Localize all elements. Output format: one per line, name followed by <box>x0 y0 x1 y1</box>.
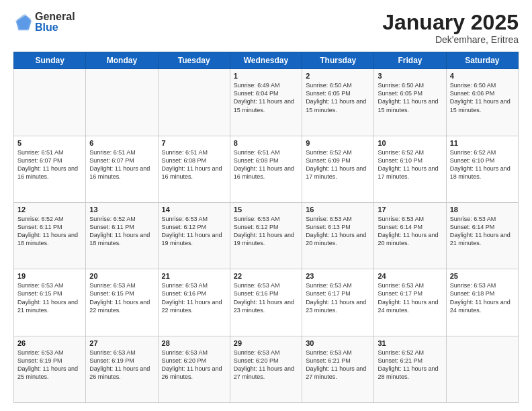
cell-info: Daylight: 11 hours and 28 minutes. <box>378 365 442 381</box>
cell-info: Daylight: 11 hours and 27 minutes. <box>234 365 298 381</box>
cell-info: Sunrise: 6:53 AM <box>234 215 298 223</box>
day-number: 25 <box>450 272 515 280</box>
cell-info: Sunset: 6:19 PM <box>89 357 154 365</box>
cell-info: Sunrise: 6:51 AM <box>162 148 226 156</box>
cell-info: Sunrise: 6:53 AM <box>306 281 370 289</box>
cell-info: Daylight: 11 hours and 27 minutes. <box>306 365 370 381</box>
cell-info: Daylight: 11 hours and 20 minutes. <box>306 231 370 247</box>
calendar-cell: 4Sunrise: 6:50 AMSunset: 6:06 PMDaylight… <box>446 69 518 136</box>
cell-info: Sunset: 6:09 PM <box>306 156 370 165</box>
month-title: January 2025 <box>382 11 519 34</box>
cell-info: Sunrise: 6:52 AM <box>450 148 515 156</box>
logo: General Blue <box>13 11 75 33</box>
weekday-header-row: SundayMondayTuesdayWednesdayThursdayFrid… <box>14 52 519 69</box>
cell-info: Sunrise: 6:52 AM <box>306 148 370 156</box>
cell-info: Daylight: 11 hours and 15 minutes. <box>306 97 370 113</box>
cell-info: Sunset: 6:18 PM <box>450 289 515 298</box>
cell-info: Sunrise: 6:52 AM <box>17 215 82 223</box>
cell-info: Sunset: 6:05 PM <box>306 89 370 97</box>
cell-info: Sunrise: 6:53 AM <box>162 349 226 357</box>
day-number: 23 <box>306 272 370 280</box>
cell-info: Daylight: 11 hours and 17 minutes. <box>378 165 442 181</box>
cell-info: Daylight: 11 hours and 23 minutes. <box>306 298 370 314</box>
cell-info: Daylight: 11 hours and 24 minutes. <box>450 298 515 314</box>
cell-info: Sunset: 6:08 PM <box>234 156 298 165</box>
cell-info: Sunrise: 6:49 AM <box>234 81 298 89</box>
cell-info: Daylight: 11 hours and 22 minutes. <box>89 298 154 314</box>
calendar-body: 1Sunrise: 6:49 AMSunset: 6:04 PMDaylight… <box>14 69 519 403</box>
logo-blue: Blue <box>35 21 75 34</box>
cell-info: Sunrise: 6:52 AM <box>378 349 442 357</box>
cell-info: Daylight: 11 hours and 16 minutes. <box>234 165 298 181</box>
weekday-header: Sunday <box>14 52 86 69</box>
calendar-cell: 8Sunrise: 6:51 AMSunset: 6:08 PMDaylight… <box>230 136 302 202</box>
cell-info: Sunrise: 6:53 AM <box>234 281 298 289</box>
calendar-cell: 18Sunrise: 6:53 AMSunset: 6:14 PMDayligh… <box>446 202 518 269</box>
calendar-cell: 16Sunrise: 6:53 AMSunset: 6:13 PMDayligh… <box>302 202 374 269</box>
calendar-cell <box>158 69 230 136</box>
day-number: 7 <box>162 139 226 147</box>
cell-info: Sunrise: 6:53 AM <box>450 281 515 289</box>
cell-info: Sunset: 6:06 PM <box>450 89 515 97</box>
cell-info: Daylight: 11 hours and 25 minutes. <box>17 365 82 381</box>
calendar-week-row: 12Sunrise: 6:52 AMSunset: 6:11 PMDayligh… <box>14 202 519 269</box>
day-number: 21 <box>162 272 226 280</box>
calendar-cell: 7Sunrise: 6:51 AMSunset: 6:08 PMDaylight… <box>158 136 230 202</box>
calendar-header: SundayMondayTuesdayWednesdayThursdayFrid… <box>14 52 519 69</box>
calendar-cell: 26Sunrise: 6:53 AMSunset: 6:19 PMDayligh… <box>14 336 86 402</box>
day-number: 28 <box>162 339 226 347</box>
cell-info: Sunset: 6:14 PM <box>378 223 442 231</box>
day-number: 3 <box>378 72 442 80</box>
cell-info: Daylight: 11 hours and 21 minutes. <box>17 298 82 314</box>
day-number: 16 <box>306 205 370 214</box>
cell-info: Sunrise: 6:53 AM <box>162 215 226 223</box>
cell-info: Sunset: 6:19 PM <box>17 357 82 365</box>
day-number: 11 <box>450 139 515 147</box>
cell-info: Sunset: 6:15 PM <box>89 289 154 298</box>
calendar-table: SundayMondayTuesdayWednesdayThursdayFrid… <box>13 52 519 403</box>
cell-info: Sunrise: 6:53 AM <box>162 281 226 289</box>
calendar-cell: 9Sunrise: 6:52 AMSunset: 6:09 PMDaylight… <box>302 136 374 202</box>
day-number: 31 <box>378 339 442 347</box>
day-number: 15 <box>234 205 298 214</box>
cell-info: Sunset: 6:21 PM <box>306 357 370 365</box>
cell-info: Sunset: 6:07 PM <box>89 156 154 165</box>
calendar-cell: 12Sunrise: 6:52 AMSunset: 6:11 PMDayligh… <box>14 202 86 269</box>
weekday-header: Tuesday <box>158 52 230 69</box>
day-number: 18 <box>450 205 515 214</box>
cell-info: Daylight: 11 hours and 23 minutes. <box>234 298 298 314</box>
calendar-cell: 20Sunrise: 6:53 AMSunset: 6:15 PMDayligh… <box>86 269 158 336</box>
cell-info: Sunset: 6:07 PM <box>17 156 82 165</box>
calendar-cell: 15Sunrise: 6:53 AMSunset: 6:12 PMDayligh… <box>230 202 302 269</box>
day-number: 8 <box>234 139 298 147</box>
cell-info: Sunset: 6:11 PM <box>89 223 154 231</box>
weekday-header: Thursday <box>302 52 374 69</box>
calendar-cell: 5Sunrise: 6:51 AMSunset: 6:07 PMDaylight… <box>14 136 86 202</box>
day-number: 14 <box>162 205 226 214</box>
cell-info: Sunset: 6:16 PM <box>234 289 298 298</box>
weekday-header: Friday <box>374 52 446 69</box>
cell-info: Daylight: 11 hours and 15 minutes. <box>450 97 515 113</box>
cell-info: Sunrise: 6:53 AM <box>378 215 442 223</box>
cell-info: Daylight: 11 hours and 26 minutes. <box>162 365 226 381</box>
calendar-cell <box>86 69 158 136</box>
cell-info: Daylight: 11 hours and 19 minutes. <box>162 231 226 247</box>
day-number: 10 <box>378 139 442 147</box>
cell-info: Daylight: 11 hours and 16 minutes. <box>162 165 226 181</box>
day-number: 17 <box>378 205 442 214</box>
cell-info: Sunset: 6:17 PM <box>306 289 370 298</box>
calendar-week-row: 5Sunrise: 6:51 AMSunset: 6:07 PMDaylight… <box>14 136 519 202</box>
header: General Blue January 2025 Dek'emhare, Er… <box>13 11 519 45</box>
cell-info: Daylight: 11 hours and 16 minutes. <box>89 165 154 181</box>
cell-info: Sunset: 6:04 PM <box>234 89 298 97</box>
calendar-cell: 28Sunrise: 6:53 AMSunset: 6:20 PMDayligh… <box>158 336 230 402</box>
calendar-cell: 30Sunrise: 6:53 AMSunset: 6:21 PMDayligh… <box>302 336 374 402</box>
cell-info: Sunrise: 6:51 AM <box>17 148 82 156</box>
calendar-cell: 19Sunrise: 6:53 AMSunset: 6:15 PMDayligh… <box>14 269 86 336</box>
day-number: 2 <box>306 72 370 80</box>
cell-info: Sunrise: 6:51 AM <box>89 148 154 156</box>
page: General Blue January 2025 Dek'emhare, Er… <box>0 0 532 411</box>
cell-info: Sunrise: 6:53 AM <box>89 349 154 357</box>
calendar-cell: 1Sunrise: 6:49 AMSunset: 6:04 PMDaylight… <box>230 69 302 136</box>
calendar-cell: 25Sunrise: 6:53 AMSunset: 6:18 PMDayligh… <box>446 269 518 336</box>
